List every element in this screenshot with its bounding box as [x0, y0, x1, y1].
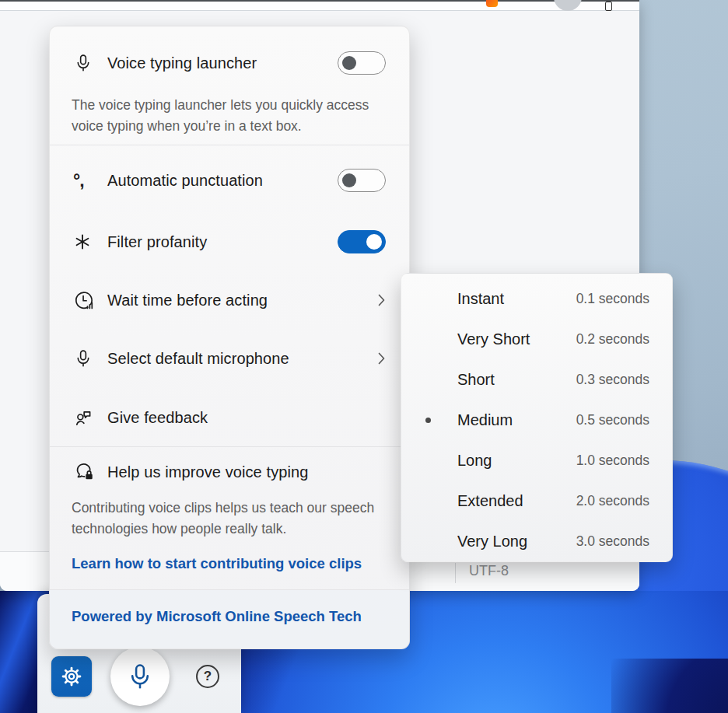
- toggle-knob: [342, 56, 356, 70]
- voice-typing-settings-menu: Voice typing launcher The voice typing l…: [49, 26, 410, 649]
- screen: UTF-8: [0, 0, 728, 713]
- extension-icon[interactable]: [486, 0, 498, 7]
- menu-item-help-improve: Help us improve voice typing: [73, 454, 386, 490]
- microphone-icon: [73, 348, 96, 369]
- browser-toolbar: [0, 2, 639, 11]
- menu-item-label: Voice typing launcher: [107, 54, 257, 72]
- microphone-button[interactable]: [110, 647, 170, 706]
- wait-option-medium[interactable]: Medium 0.5 seconds: [401, 400, 672, 440]
- wait-option-short[interactable]: Short 0.3 seconds: [401, 359, 672, 400]
- encoding-label: UTF-8: [469, 563, 509, 579]
- toggle-knob: [342, 173, 356, 187]
- menu-item-automatic-punctuation[interactable]: °, Automatic punctuation: [73, 163, 386, 198]
- asterisk-icon: [73, 232, 96, 252]
- launcher-description: The voice typing launcher lets you quick…: [72, 95, 387, 137]
- chevron-right-icon: [377, 351, 386, 365]
- menu-item-label: Help us improve voice typing: [107, 463, 308, 481]
- microphone-icon: [125, 662, 155, 691]
- wait-option-very-long[interactable]: Very Long 3.0 seconds: [401, 521, 672, 561]
- menu-item-label: Filter profanity: [107, 233, 207, 251]
- chevron-right-icon: [377, 293, 386, 307]
- toggle-knob: [366, 234, 382, 250]
- voice-typing-launcher-toggle[interactable]: [338, 51, 386, 75]
- profile-avatar[interactable]: [554, 0, 582, 11]
- menu-item-voice-typing-launcher[interactable]: Voice typing launcher: [73, 45, 386, 81]
- menu-item-default-microphone[interactable]: Select default microphone: [73, 341, 386, 376]
- wait-option-instant[interactable]: Instant 0.1 seconds: [401, 278, 672, 319]
- divider: [50, 145, 409, 145]
- wait-option-extended[interactable]: Extended 2.0 seconds: [401, 481, 672, 521]
- menu-item-label: Wait time before acting: [107, 292, 268, 309]
- selected-bullet: [425, 418, 431, 423]
- settings-button[interactable]: [51, 656, 92, 697]
- powered-by-link[interactable]: Powered by Microsoft Online Speech Tech: [72, 608, 362, 625]
- menu-item-give-feedback[interactable]: Give feedback: [73, 400, 386, 435]
- menu-item-label: Automatic punctuation: [107, 172, 263, 190]
- gear-icon: [60, 665, 83, 688]
- feedback-icon: [73, 407, 96, 428]
- divider: [50, 589, 409, 590]
- statusbar-separator: [455, 563, 456, 583]
- filter-profanity-toggle[interactable]: [338, 230, 386, 253]
- help-glyph: ?: [204, 669, 212, 684]
- wait-option-long[interactable]: Long 1.0 seconds: [401, 440, 672, 481]
- menu-item-filter-profanity[interactable]: Filter profanity: [73, 224, 386, 260]
- wait-time-submenu: Instant 0.1 seconds Very Short 0.2 secon…: [401, 273, 673, 562]
- automatic-punctuation-toggle[interactable]: [338, 169, 386, 192]
- microphone-icon: [73, 53, 96, 73]
- menu-item-label: Give feedback: [107, 409, 208, 427]
- privacy-chat-lock-icon: [73, 462, 96, 482]
- menu-item-label: Select default microphone: [107, 350, 289, 368]
- help-button[interactable]: ?: [196, 665, 219, 688]
- help-improve-description: Contributing voice clips helps us teach …: [72, 498, 387, 540]
- wait-option-very-short[interactable]: Very Short 0.2 seconds: [401, 319, 672, 359]
- divider: [50, 446, 409, 447]
- device-icon[interactable]: [605, 2, 612, 11]
- menu-item-wait-time[interactable]: Wait time before acting: [73, 282, 386, 318]
- punctuation-icon: °,: [73, 170, 96, 190]
- wallpaper-corner: [611, 659, 728, 713]
- contribute-voice-clips-link[interactable]: Learn how to start contributing voice cl…: [72, 555, 362, 572]
- clock-wait-icon: [73, 290, 96, 310]
